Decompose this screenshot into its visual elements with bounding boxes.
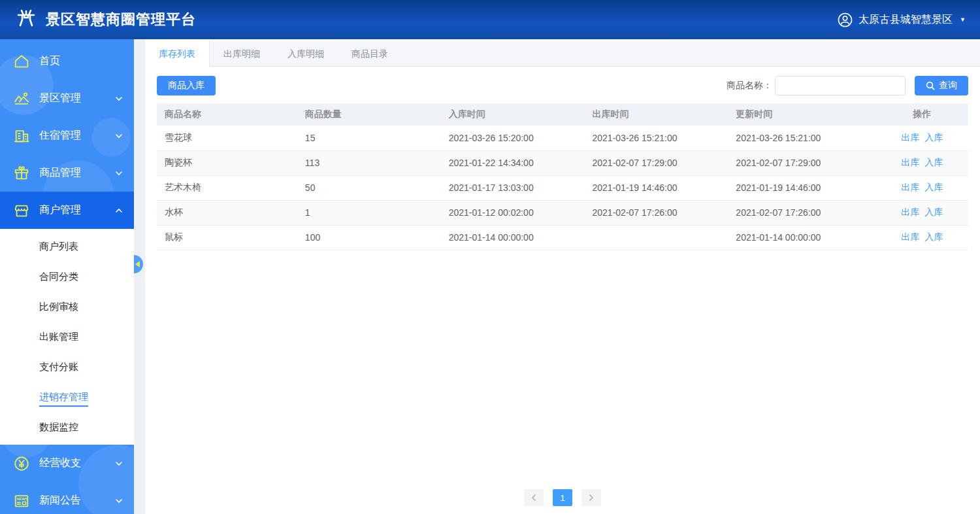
- cell-update-time: 2021-02-07 17:29:00: [728, 150, 875, 175]
- goods-name-input[interactable]: [775, 76, 906, 95]
- cell-update-time: 2021-01-14 00:00:00: [728, 225, 875, 250]
- prev-page-button[interactable]: [524, 489, 544, 506]
- cell-out-time: 2021-01-19 14:46:00: [585, 175, 728, 200]
- chevron-down-icon: [114, 169, 123, 178]
- table-row: 雪花球 15 2021-03-26 15:20:00 2021-03-26 15…: [157, 126, 968, 150]
- sidebar-item-goods[interactable]: 商品管理: [0, 154, 134, 192]
- goods-name-label: 商品名称：: [727, 80, 772, 92]
- sidebar-collapse-handle[interactable]: [134, 255, 143, 273]
- outbound-link[interactable]: 出库: [901, 182, 919, 192]
- chevron-down-icon: [114, 94, 123, 103]
- goods-inbound-button[interactable]: 商品入库: [157, 76, 216, 95]
- cell-goods-name: 鼠标: [157, 225, 297, 250]
- user-name: 太原古县城智慧景区: [858, 13, 953, 27]
- chevron-down-icon: [114, 131, 123, 141]
- search-icon: [926, 81, 935, 90]
- col-header-in-time: 入库时间: [441, 103, 585, 126]
- tabs-bar: 库存列表 出库明细 入库明细 商品目录: [145, 41, 980, 67]
- tab-goods-catalog[interactable]: 商品目录: [338, 41, 402, 66]
- tab-stock-list[interactable]: 库存列表: [145, 41, 210, 67]
- col-header-update-time: 更新时间: [728, 103, 875, 126]
- submenu-item-contract-category[interactable]: 合同分类: [0, 262, 134, 292]
- sidebar-item-home[interactable]: 首页: [0, 43, 134, 80]
- sidebar-item-scenic[interactable]: 景区管理: [0, 80, 134, 117]
- outbound-link[interactable]: 出库: [901, 207, 919, 217]
- cell-goods-qty: 113: [297, 150, 441, 175]
- cell-goods-qty: 1: [297, 200, 441, 225]
- inbound-link[interactable]: 入库: [924, 207, 943, 217]
- sidebar-item-news[interactable]: NEWS 新闻公告: [0, 482, 134, 514]
- goods-icon: [13, 165, 30, 182]
- chevron-down-icon: [114, 496, 123, 505]
- cell-goods-name: 水杯: [157, 200, 297, 225]
- news-icon: NEWS: [13, 492, 30, 509]
- cell-goods-qty: 100: [297, 225, 441, 250]
- submenu-item-payment-split[interactable]: 支付分账: [0, 352, 134, 382]
- cell-in-time: 2021-01-17 13:03:00: [441, 175, 585, 200]
- merchant-icon: [13, 202, 30, 219]
- query-button-label: 查询: [939, 80, 957, 92]
- submenu-item-billing[interactable]: 出账管理: [0, 322, 134, 352]
- page-title: 景区智慧商圈管理平台: [46, 10, 196, 29]
- main-content: 库存列表 出库明细 入库明细 商品目录 商品入库 商品名称： 查询: [145, 39, 980, 514]
- sidebar-item-merchant[interactable]: 商户管理: [0, 192, 134, 229]
- col-header-qty: 商品数量: [297, 103, 441, 126]
- chevron-up-icon: [114, 206, 123, 215]
- sidebar-item-label: 新闻公告: [39, 494, 81, 507]
- cell-in-time: 2021-03-26 15:20:00: [441, 126, 585, 150]
- col-header-out-time: 出库时间: [585, 103, 728, 126]
- user-avatar-icon: [838, 12, 853, 27]
- cell-out-time: 2021-02-07 17:29:00: [585, 150, 728, 175]
- cell-update-time: 2021-01-19 14:46:00: [728, 175, 875, 200]
- cell-goods-qty: 15: [297, 126, 441, 150]
- table-row: 鼠标 100 2021-01-14 00:00:00 2021-01-14 00…: [157, 225, 968, 250]
- cell-goods-name: 艺术木椅: [157, 175, 297, 200]
- merchant-submenu: 商户列表 合同分类 比例审核 出账管理 支付分账 进销存管理 数据监控: [0, 229, 134, 445]
- submenu-item-merchant-list[interactable]: 商户列表: [0, 231, 134, 262]
- chevron-down-icon: ▼: [960, 16, 966, 23]
- table-row: 艺术木椅 50 2021-01-17 13:03:00 2021-01-19 1…: [157, 175, 968, 200]
- sidebar-item-label: 经营收支: [39, 456, 81, 470]
- user-menu[interactable]: 太原古县城智慧景区 ▼: [838, 12, 966, 27]
- sidebar-item-lodging[interactable]: 住宿管理: [0, 117, 134, 154]
- table-header-row: 商品名称 商品数量 入库时间 出库时间 更新时间 操作: [157, 103, 968, 126]
- svg-text:NEWS: NEWS: [17, 496, 28, 500]
- cell-goods-qty: 50: [297, 175, 441, 200]
- revenue-icon: [13, 455, 30, 472]
- stock-table: 商品名称 商品数量 入库时间 出库时间 更新时间 操作 雪花球 15 2021-…: [145, 103, 980, 250]
- outbound-link[interactable]: 出库: [901, 132, 919, 143]
- cell-out-time: 2021-02-07 17:26:00: [585, 200, 728, 225]
- home-icon: [13, 53, 30, 70]
- inbound-link[interactable]: 入库: [924, 231, 943, 242]
- chevron-left-icon: [135, 261, 140, 267]
- inbound-link[interactable]: 入库: [924, 132, 943, 143]
- table-row: 水杯 1 2021-01-12 00:02:00 2021-02-07 17:2…: [157, 200, 968, 225]
- chevron-down-icon: [114, 459, 123, 468]
- cell-update-time: 2021-03-26 15:21:00: [728, 126, 875, 150]
- sidebar-item-revenue[interactable]: 经营收支: [0, 445, 134, 482]
- lodging-icon: [13, 128, 30, 145]
- cell-goods-name: 陶瓷杯: [157, 150, 297, 175]
- app-logo-icon: [14, 8, 38, 31]
- sidebar-item-label: 商户管理: [39, 203, 81, 217]
- sidebar-item-label: 商品管理: [39, 166, 81, 180]
- outbound-link[interactable]: 出库: [901, 157, 919, 167]
- tab-outbound-detail[interactable]: 出库明细: [210, 41, 274, 66]
- inbound-link[interactable]: 入库: [924, 157, 943, 167]
- submenu-item-ratio-review[interactable]: 比例审核: [0, 292, 134, 322]
- submenu-item-inventory[interactable]: 进销存管理: [0, 382, 134, 412]
- next-page-button[interactable]: [581, 489, 601, 506]
- submenu-item-data-monitor[interactable]: 数据监控: [0, 412, 134, 442]
- sidebar: 首页 景区管理 住宿管理: [0, 39, 134, 514]
- cell-in-time: 2021-01-14 00:00:00: [441, 225, 585, 250]
- cell-update-time: 2021-02-07 17:26:00: [728, 200, 875, 225]
- cell-out-time: 2021-03-26 15:21:00: [585, 126, 728, 150]
- page-number-current[interactable]: 1: [553, 489, 572, 506]
- tab-inbound-detail[interactable]: 入库明细: [274, 41, 338, 66]
- col-header-operation: 操作: [875, 103, 968, 126]
- outbound-link[interactable]: 出库: [901, 231, 919, 242]
- inbound-link[interactable]: 入库: [924, 182, 943, 192]
- app-header: 景区智慧商圈管理平台 太原古县城智慧景区 ▼: [0, 0, 980, 39]
- cell-in-time: 2021-01-12 00:02:00: [441, 200, 585, 225]
- query-button[interactable]: 查询: [915, 76, 968, 95]
